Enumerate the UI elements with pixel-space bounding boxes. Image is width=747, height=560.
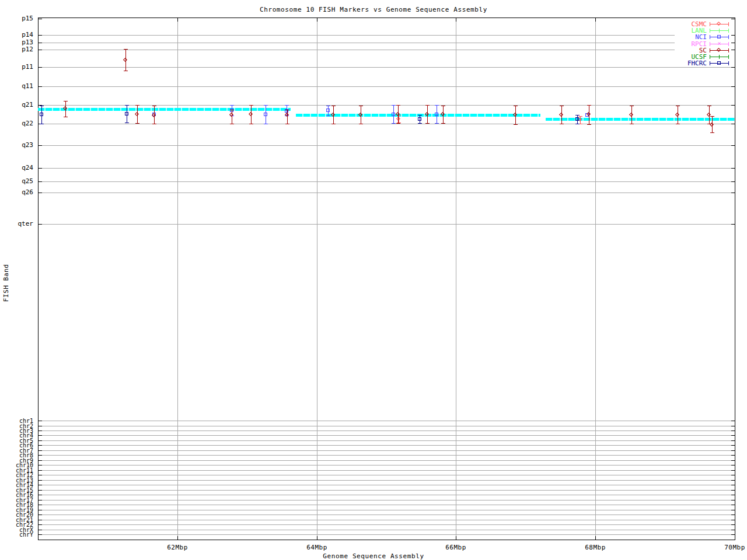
assembly-segment-1 [38,108,291,111]
data-point-nci-2-cap-top [230,105,234,106]
data-point-sc-4-cap-bottom [152,124,156,124]
data-point-sc-13-cap-bottom [514,124,518,125]
data-point-sc-6-cap-bottom [249,124,253,124]
assembly-segment-3 [546,118,735,121]
legend-cap-r-rpci [728,42,729,46]
legend-marker-nci [717,35,721,38]
data-point-fhcrc-3-cap-top [418,115,422,116]
data-point-nci-3-cap-bottom [264,124,268,124]
data-point-nci-5-cap-top [326,106,330,106]
data-point-sc-7-cap-bottom [285,124,289,124]
data-point-sc-14-cap-top [560,106,564,106]
plot-border [38,18,735,540]
data-point-sc-17-cap-top [676,106,680,106]
data-point-fhcrc-2-cap-top [125,105,129,106]
legend-label-fhcrc: FHCRC [672,60,707,66]
data-point-sc-2-cap-bottom [124,71,128,71]
y-tick-label-q22: q22 [0,121,33,127]
data-point-sc-7-errorbar [287,110,288,124]
legend-cap-l-lanl [710,29,710,33]
y-tick-label-p14: p14 [0,32,33,38]
x-tick-label-62: 62Mbp [160,544,195,551]
legend-cap-l-rpci [710,42,710,46]
data-point-nci-4-cap-top [285,105,289,106]
data-point-fhcrc-3 [418,117,421,121]
data-point-nci-7-cap-bottom [435,123,439,124]
data-point-sc-1-cap-bottom [64,117,68,117]
data-point-sc-4-cap-top [152,106,156,106]
y-tick-label-q23: q23 [0,142,33,148]
data-point-sc-19-cap-bottom [710,132,714,133]
data-point-sc-9-cap-bottom [359,124,363,124]
legend-cap-r-lanl [728,29,729,33]
data-point-sc-9-cap-top [359,106,363,106]
data-point-nci-3 [264,113,267,116]
legend-cap-l-fhcrc [710,61,710,65]
data-point-nci-3-cap-top [264,105,268,106]
data-point-fhcrc-2-cap-bottom [125,123,129,123]
legend-cap-l-nci [710,35,710,39]
y-tick-label-p13: p13 [0,40,33,46]
legend-label-nci: NCI [672,34,707,40]
y-axis-label: FISH Band [2,225,9,341]
data-point-nci-6 [392,113,395,116]
data-point-nci-5-cap-bottom [326,116,330,116]
x-tick-label-68: 68Mbp [578,544,613,551]
data-point-nci-6-cap-top [392,105,396,106]
data-point-sc-19-cap-top [710,116,714,117]
y-tick-label-p11: p11 [0,64,33,70]
data-point-sc-3-cap-bottom [135,123,139,124]
data-point-fhcrc-3-cap-bottom [418,123,422,124]
data-point-sc-12-cap-top [441,106,445,106]
data-point-fhcrc-1 [40,113,43,116]
legend-cap-l-sc [710,48,710,52]
y-tick-label-chrY: chrY [0,532,33,537]
data-point-nci-5 [326,108,330,112]
data-point-sc-18-cap-top [707,106,711,106]
y-tick-label-q26: q26 [0,190,33,195]
y-tick-label-p12: p12 [0,47,33,52]
data-point-sc-5-cap-top [230,110,234,110]
data-point-fhcrc-1-cap-bottom [40,124,44,124]
data-point-sc-1-cap-top [64,101,68,102]
legend-marker-ucsf-h [717,57,721,57]
legend-cap-l-csmc [710,22,710,26]
data-point-fhcrc-1-cap-top [40,106,44,106]
legend-cap-r-nci [728,35,729,39]
x-tick-label-66: 66Mbp [438,544,473,551]
data-point-nci-6-cap-bottom [392,123,396,124]
data-point-fhcrc-4-cap-bottom [575,124,580,124]
data-point-nci-7 [435,113,438,116]
data-point-sc-17-cap-bottom [676,124,680,124]
data-point-sc-7-cap-top [285,110,289,110]
data-point-sc-3-cap-top [135,105,139,106]
legend-marker-fhcrc [717,61,721,65]
legend-marker-rpci: × [717,40,722,47]
data-point-fhcrc-4-cap-top [575,115,580,116]
x-axis-label: Genome Sequence Assembly [0,552,747,560]
x-tick-label-64: 64Mbp [299,544,334,551]
data-point-sc-12-cap-bottom [441,123,445,124]
data-point-sc-16-cap-bottom [630,124,634,124]
data-point-sc-15-cap-top [587,105,591,106]
legend-cap-l-ucsf [710,55,710,59]
y-tick-label-qter: qter [0,221,33,227]
y-tick-label-q11: q11 [0,83,33,89]
data-point-sc-16-cap-top [630,106,634,106]
data-point-sc-5-cap-bottom [230,124,234,124]
data-point-sc-15-cap-bottom [587,124,591,125]
data-point-sc-11-cap-top [425,105,430,106]
y-tick-label-q21: q21 [0,102,33,108]
legend-cap-r-sc [728,48,729,52]
data-point-sc-14-cap-bottom [560,124,564,124]
data-point-sc-10-cap-bottom [396,123,400,124]
data-point-sc-2-cap-top [124,49,128,50]
legend-marker-lanl-h [717,30,721,31]
data-point-sc-6-cap-top [249,105,253,106]
data-point-sc-11-cap-bottom [425,123,430,124]
chart-title: Chromosome 10 FISH Markers vs Genome Seq… [0,6,747,13]
data-point-sc-10-cap-top [396,105,400,106]
data-point-sc-8-cap-bottom [331,124,336,124]
data-point-sc-8-cap-top [331,106,336,106]
legend-cap-r-fhcrc [728,61,729,65]
